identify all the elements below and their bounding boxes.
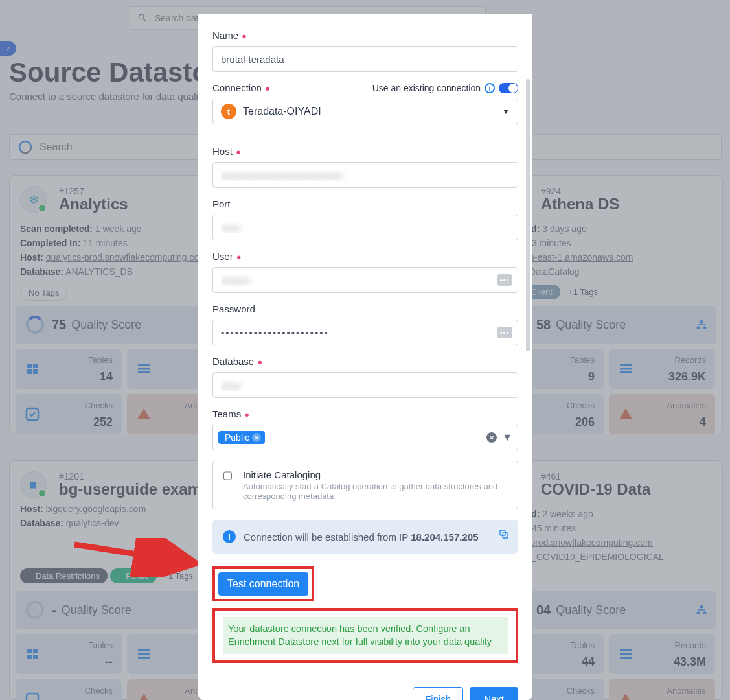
teradata-icon: t (221, 104, 236, 119)
cataloging-title: Initiate Cataloging (243, 469, 510, 480)
add-datastore-modal: Name Connection Use an existing connecti… (198, 14, 532, 700)
initiate-cataloging-option[interactable]: Initiate Cataloging Automatically start … (212, 461, 518, 509)
password-label: Password (212, 303, 518, 314)
teams-label: Teams (212, 408, 518, 419)
connection-label: Connection (212, 82, 269, 93)
test-connection-button[interactable]: Test connection (218, 572, 308, 596)
ip-value: 18.204.157.205 (411, 531, 478, 542)
reveal-icon[interactable]: ••• (497, 327, 512, 338)
host-input[interactable] (212, 162, 518, 188)
copy-icon[interactable] (499, 529, 509, 542)
use-existing-label: Use an existing connection (372, 83, 481, 93)
cataloging-description: Automatically start a Catalog operation … (243, 482, 510, 501)
clear-icon[interactable]: ✕ (486, 432, 497, 443)
name-input[interactable] (212, 46, 518, 72)
chevron-down-icon: ▼ (502, 107, 510, 116)
connection-value: Teradata-OIYADI (243, 106, 321, 117)
user-input[interactable] (212, 267, 518, 293)
success-highlight: Your datastore connection has been verif… (212, 608, 518, 663)
info-icon: i (223, 530, 236, 543)
test-connection-highlight: Test connection (212, 566, 314, 601)
use-existing-toggle[interactable] (499, 83, 518, 93)
ip-info-banner: i Connection will be established from IP… (212, 520, 518, 554)
port-input[interactable] (212, 215, 518, 240)
success-message: Your datastore connection has been verif… (223, 617, 508, 654)
connection-select[interactable]: t Teradata-OIYADI ▼ (212, 99, 518, 124)
host-label: Host (212, 146, 518, 157)
finish-button[interactable]: Finish (413, 687, 463, 700)
database-label: Database (212, 356, 518, 367)
chevron-down-icon: ▼ (502, 432, 512, 443)
reveal-icon[interactable]: ••• (497, 274, 512, 286)
name-label: Name (212, 30, 518, 41)
port-label: Port (212, 198, 518, 209)
password-input[interactable] (212, 320, 518, 345)
user-label: User (212, 251, 518, 262)
teams-select[interactable]: Public✕ ✕ ▼ (212, 425, 518, 450)
ip-text: Connection will be established from IP (244, 531, 411, 542)
info-icon[interactable]: i (485, 83, 495, 93)
team-chip-public[interactable]: Public✕ (218, 431, 265, 444)
remove-chip-icon[interactable]: ✕ (252, 433, 261, 442)
cataloging-checkbox[interactable] (223, 471, 232, 481)
database-input[interactable] (212, 372, 518, 398)
next-button[interactable]: Next (470, 687, 518, 700)
